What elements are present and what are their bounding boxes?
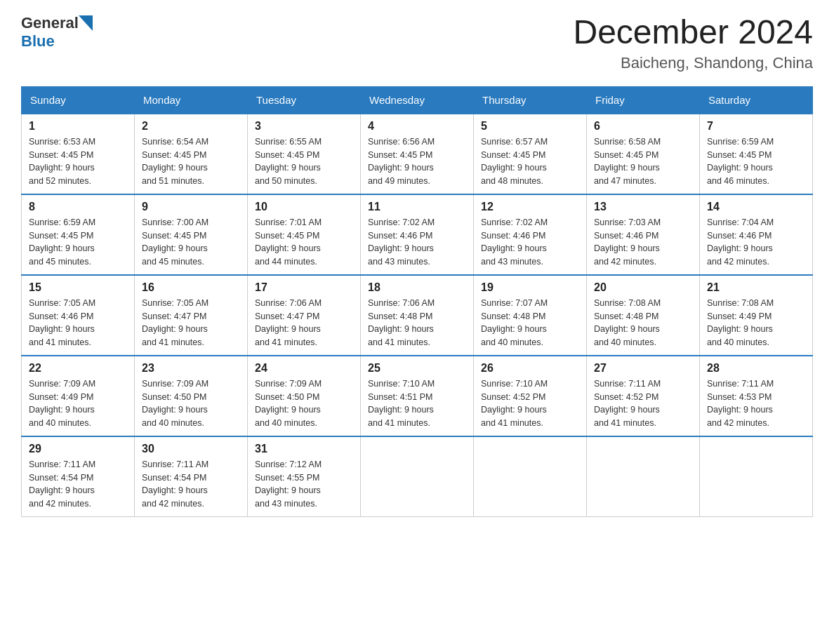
day-number: 28 [707, 362, 805, 375]
calendar-cell: 28Sunrise: 7:11 AM Sunset: 4:53 PM Dayli… [700, 356, 813, 436]
calendar-cell: 23Sunrise: 7:09 AM Sunset: 4:50 PM Dayli… [135, 356, 248, 436]
day-number: 25 [368, 362, 466, 375]
day-info: Sunrise: 6:59 AM Sunset: 4:45 PM Dayligh… [707, 135, 805, 188]
day-number: 18 [368, 281, 466, 294]
calendar-cell: 6Sunrise: 6:58 AM Sunset: 4:45 PM Daylig… [587, 114, 700, 194]
page-header: General Blue December 2024 Baicheng, Sha… [21, 14, 813, 72]
calendar-cell: 20Sunrise: 7:08 AM Sunset: 4:48 PM Dayli… [587, 275, 700, 356]
column-header-monday: Monday [135, 86, 248, 114]
day-number: 5 [481, 120, 579, 133]
day-info: Sunrise: 7:00 AM Sunset: 4:45 PM Dayligh… [142, 216, 240, 269]
logo-general-text: General [21, 14, 79, 32]
calendar-cell: 19Sunrise: 7:07 AM Sunset: 4:48 PM Dayli… [474, 275, 587, 356]
day-number: 23 [142, 362, 240, 375]
calendar-cell: 7Sunrise: 6:59 AM Sunset: 4:45 PM Daylig… [700, 114, 813, 194]
day-info: Sunrise: 7:02 AM Sunset: 4:46 PM Dayligh… [368, 216, 466, 269]
calendar-cell: 13Sunrise: 7:03 AM Sunset: 4:46 PM Dayli… [587, 194, 700, 275]
calendar-cell: 22Sunrise: 7:09 AM Sunset: 4:49 PM Dayli… [22, 356, 135, 436]
day-info: Sunrise: 7:03 AM Sunset: 4:46 PM Dayligh… [594, 216, 692, 269]
day-info: Sunrise: 6:54 AM Sunset: 4:45 PM Dayligh… [142, 135, 240, 188]
day-info: Sunrise: 7:11 AM Sunset: 4:52 PM Dayligh… [594, 377, 692, 430]
calendar-cell: 4Sunrise: 6:56 AM Sunset: 4:45 PM Daylig… [361, 114, 474, 194]
logo: General Blue [21, 14, 93, 51]
calendar-week-row: 22Sunrise: 7:09 AM Sunset: 4:49 PM Dayli… [22, 356, 813, 436]
column-header-thursday: Thursday [474, 86, 587, 114]
svg-marker-0 [79, 15, 93, 31]
location-title: Baicheng, Shandong, China [573, 54, 813, 72]
day-info: Sunrise: 6:53 AM Sunset: 4:45 PM Dayligh… [29, 135, 127, 188]
calendar-cell: 2Sunrise: 6:54 AM Sunset: 4:45 PM Daylig… [135, 114, 248, 194]
day-number: 24 [255, 362, 353, 375]
logo-icon: General Blue [21, 14, 93, 51]
calendar-cell: 8Sunrise: 6:59 AM Sunset: 4:45 PM Daylig… [22, 194, 135, 275]
calendar-header-row: SundayMondayTuesdayWednesdayThursdayFrid… [22, 86, 813, 114]
column-header-sunday: Sunday [22, 86, 135, 114]
day-info: Sunrise: 7:09 AM Sunset: 4:50 PM Dayligh… [142, 377, 240, 430]
calendar-cell: 14Sunrise: 7:04 AM Sunset: 4:46 PM Dayli… [700, 194, 813, 275]
day-number: 20 [594, 281, 692, 294]
calendar-cell: 15Sunrise: 7:05 AM Sunset: 4:46 PM Dayli… [22, 275, 135, 356]
calendar-cell: 27Sunrise: 7:11 AM Sunset: 4:52 PM Dayli… [587, 356, 700, 436]
calendar-cell: 26Sunrise: 7:10 AM Sunset: 4:52 PM Dayli… [474, 356, 587, 436]
day-info: Sunrise: 6:59 AM Sunset: 4:45 PM Dayligh… [29, 216, 127, 269]
day-number: 17 [255, 281, 353, 294]
day-number: 8 [29, 201, 127, 213]
day-info: Sunrise: 7:01 AM Sunset: 4:45 PM Dayligh… [255, 216, 353, 269]
day-info: Sunrise: 7:02 AM Sunset: 4:46 PM Dayligh… [481, 216, 579, 269]
column-header-tuesday: Tuesday [248, 86, 361, 114]
day-info: Sunrise: 6:56 AM Sunset: 4:45 PM Dayligh… [368, 135, 466, 188]
calendar-cell: 3Sunrise: 6:55 AM Sunset: 4:45 PM Daylig… [248, 114, 361, 194]
day-number: 6 [594, 120, 692, 133]
calendar-week-row: 15Sunrise: 7:05 AM Sunset: 4:46 PM Dayli… [22, 275, 813, 356]
calendar-week-row: 1Sunrise: 6:53 AM Sunset: 4:45 PM Daylig… [22, 114, 813, 194]
day-number: 10 [255, 201, 353, 213]
calendar-week-row: 29Sunrise: 7:11 AM Sunset: 4:54 PM Dayli… [22, 436, 813, 517]
calendar-cell: 9Sunrise: 7:00 AM Sunset: 4:45 PM Daylig… [135, 194, 248, 275]
day-info: Sunrise: 7:11 AM Sunset: 4:54 PM Dayligh… [142, 458, 240, 511]
calendar-cell: 17Sunrise: 7:06 AM Sunset: 4:47 PM Dayli… [248, 275, 361, 356]
calendar-cell: 10Sunrise: 7:01 AM Sunset: 4:45 PM Dayli… [248, 194, 361, 275]
month-title: December 2024 [573, 14, 813, 51]
day-number: 16 [142, 281, 240, 294]
day-info: Sunrise: 7:10 AM Sunset: 4:51 PM Dayligh… [368, 377, 466, 430]
day-info: Sunrise: 7:08 AM Sunset: 4:48 PM Dayligh… [594, 297, 692, 349]
column-header-wednesday: Wednesday [361, 86, 474, 114]
day-number: 14 [707, 201, 805, 213]
day-info: Sunrise: 6:55 AM Sunset: 4:45 PM Dayligh… [255, 135, 353, 188]
day-number: 26 [481, 362, 579, 375]
day-number: 3 [255, 120, 353, 133]
day-number: 7 [707, 120, 805, 133]
day-number: 13 [594, 201, 692, 213]
logo-triangle-icon [79, 15, 93, 31]
day-number: 11 [368, 201, 466, 213]
calendar-cell [361, 436, 474, 517]
day-number: 15 [29, 281, 127, 294]
calendar-cell: 29Sunrise: 7:11 AM Sunset: 4:54 PM Dayli… [22, 436, 135, 517]
day-info: Sunrise: 7:05 AM Sunset: 4:46 PM Dayligh… [29, 297, 127, 349]
day-info: Sunrise: 7:12 AM Sunset: 4:55 PM Dayligh… [255, 458, 353, 511]
day-info: Sunrise: 7:11 AM Sunset: 4:53 PM Dayligh… [707, 377, 805, 430]
day-info: Sunrise: 7:07 AM Sunset: 4:48 PM Dayligh… [481, 297, 579, 349]
day-info: Sunrise: 7:11 AM Sunset: 4:54 PM Dayligh… [29, 458, 127, 511]
calendar-cell: 25Sunrise: 7:10 AM Sunset: 4:51 PM Dayli… [361, 356, 474, 436]
day-number: 2 [142, 120, 240, 133]
day-number: 19 [481, 281, 579, 294]
day-number: 4 [368, 120, 466, 133]
calendar-cell: 16Sunrise: 7:05 AM Sunset: 4:47 PM Dayli… [135, 275, 248, 356]
calendar-cell: 1Sunrise: 6:53 AM Sunset: 4:45 PM Daylig… [22, 114, 135, 194]
day-number: 21 [707, 281, 805, 294]
calendar-cell: 11Sunrise: 7:02 AM Sunset: 4:46 PM Dayli… [361, 194, 474, 275]
calendar-cell: 5Sunrise: 6:57 AM Sunset: 4:45 PM Daylig… [474, 114, 587, 194]
calendar-cell: 12Sunrise: 7:02 AM Sunset: 4:46 PM Dayli… [474, 194, 587, 275]
calendar-cell: 30Sunrise: 7:11 AM Sunset: 4:54 PM Dayli… [135, 436, 248, 517]
day-info: Sunrise: 7:09 AM Sunset: 4:49 PM Dayligh… [29, 377, 127, 430]
calendar-cell [587, 436, 700, 517]
day-number: 9 [142, 201, 240, 213]
day-number: 1 [29, 120, 127, 133]
day-number: 12 [481, 201, 579, 213]
logo-blue-text: Blue [21, 32, 55, 51]
day-info: Sunrise: 7:09 AM Sunset: 4:50 PM Dayligh… [255, 377, 353, 430]
column-header-saturday: Saturday [700, 86, 813, 114]
day-info: Sunrise: 7:10 AM Sunset: 4:52 PM Dayligh… [481, 377, 579, 430]
title-section: December 2024 Baicheng, Shandong, China [573, 14, 813, 72]
